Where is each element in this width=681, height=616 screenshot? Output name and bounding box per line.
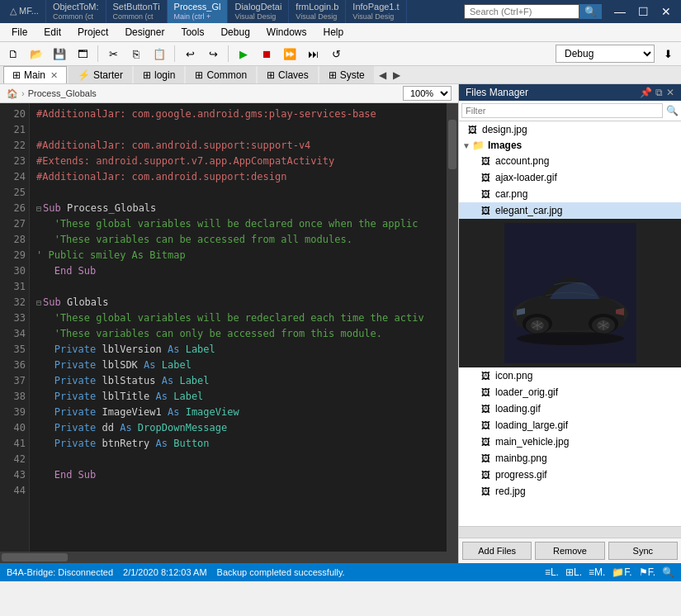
tab-login-icon: ⊞ bbox=[143, 69, 151, 81]
file-item-progress-gif[interactable]: 🖼 progress.gif bbox=[459, 467, 681, 483]
toolbar-save[interactable]: 💾 bbox=[50, 44, 69, 64]
toolbar-stop[interactable]: ⏹ bbox=[257, 44, 277, 64]
collapse-26[interactable]: ⊟ bbox=[36, 201, 41, 216]
toolbar-undo[interactable]: ↩ bbox=[180, 44, 200, 64]
status-icon-flag[interactable]: ⚑F. bbox=[639, 566, 655, 578]
file-item-elegant-car-jpg[interactable]: 🖼 elegant_car.jpg bbox=[459, 202, 681, 219]
toolbar-redo[interactable]: ↪ bbox=[203, 44, 223, 64]
toolbar-cut[interactable]: ✂ bbox=[103, 44, 123, 64]
file-name-icon-png: icon.png bbox=[495, 370, 532, 381]
collapse-32[interactable]: ⊟ bbox=[36, 295, 41, 310]
menu-debug[interactable]: Debug bbox=[212, 25, 258, 40]
files-panel-scrollbar[interactable] bbox=[459, 526, 681, 538]
file-item-account-png[interactable]: 🖼 account.png bbox=[459, 153, 681, 169]
minimize-button[interactable]: — bbox=[608, 0, 631, 23]
vertical-scrollbar[interactable] bbox=[447, 103, 458, 552]
close-button[interactable]: ✕ bbox=[655, 0, 678, 23]
panel-float-button[interactable]: ⧉ bbox=[655, 87, 663, 98]
menu-tools[interactable]: Tools bbox=[173, 25, 212, 40]
panel-header: Files Manager 📌 ⧉ ✕ bbox=[459, 84, 681, 101]
menu-help[interactable]: Help bbox=[315, 25, 352, 40]
title-tab-frmloginb-line1: frmLogin.b bbox=[296, 2, 338, 12]
file-item-icon-png[interactable]: 🖼 icon.png bbox=[459, 367, 681, 384]
horizontal-scrollbar[interactable] bbox=[0, 552, 458, 563]
file-item-design-jpg[interactable]: 🖼 design.jpg bbox=[459, 121, 681, 138]
tabs-nav-prev[interactable]: ◀ bbox=[376, 68, 390, 83]
status-datetime: 2/1/2020 8:12:03 AM bbox=[123, 567, 207, 577]
tab-login-label: login bbox=[154, 69, 175, 81]
title-tab-infopage1[interactable]: InfoPage1.t Visual Desig bbox=[346, 0, 406, 23]
tab-claves[interactable]: ⊞ Claves bbox=[258, 66, 318, 83]
toolbar-paste[interactable]: 📋 bbox=[149, 44, 169, 64]
folder-images[interactable]: ▼ 📁 Images bbox=[459, 138, 681, 153]
toolbar-new[interactable]: 🗋 bbox=[3, 44, 23, 64]
toolbar-refresh[interactable]: ↺ bbox=[326, 44, 346, 64]
tab-main-close[interactable]: ✕ bbox=[50, 70, 58, 81]
file-name-red-jpg: red.jpg bbox=[495, 486, 526, 497]
toolbar-step2[interactable]: ⏭ bbox=[303, 44, 323, 64]
file-item-loader-orig-gif[interactable]: 🖼 loader_orig.gif bbox=[459, 384, 681, 400]
files-panel: Files Manager 📌 ⧉ ✕ 🔍 🖼 design.jpg ▼ 📁 I… bbox=[458, 84, 681, 563]
menu-project[interactable]: Project bbox=[69, 25, 116, 40]
tabs-nav-next[interactable]: ▶ bbox=[390, 68, 404, 83]
filter-input[interactable] bbox=[461, 103, 663, 118]
file-item-loading-large-gif[interactable]: 🖼 loading_large.gif bbox=[459, 417, 681, 434]
title-tab-mf[interactable]: △ MF... bbox=[3, 0, 46, 23]
tab-common[interactable]: ⊞ Common bbox=[186, 66, 256, 83]
file-item-red-jpg[interactable]: 🖼 red.jpg bbox=[459, 483, 681, 500]
file-item-main-vehicle-jpg[interactable]: 🖼 main_vehicle.jpg bbox=[459, 434, 681, 450]
sync-button[interactable]: Sync bbox=[608, 542, 678, 560]
toolbar-save2[interactable]: 🗔 bbox=[73, 44, 92, 64]
panel-close-button[interactable]: ✕ bbox=[666, 87, 674, 98]
toolbar-open[interactable]: 📂 bbox=[26, 44, 46, 64]
file-name-loader-orig-gif: loader_orig.gif bbox=[495, 386, 558, 398]
menu-designer[interactable]: Designer bbox=[116, 25, 173, 40]
status-icon-grid[interactable]: ⊞L. bbox=[565, 566, 582, 578]
menu-windows[interactable]: Windows bbox=[258, 25, 315, 40]
toolbar-extra[interactable]: ⬇ bbox=[658, 44, 678, 64]
title-tab-process-gl[interactable]: Process_Gl Main (ctrl + bbox=[168, 0, 229, 23]
title-tab-frmloginb[interactable]: frmLogin.b Visual Desig bbox=[289, 0, 346, 23]
file-item-car-png[interactable]: 🖼 car.png bbox=[459, 186, 681, 202]
panel-pin-button[interactable]: 📌 bbox=[640, 87, 652, 98]
file-item-ajax-loader-gif[interactable]: 🖼 ajax-loader.gif bbox=[459, 169, 681, 186]
code-content[interactable]: #AdditionalJar: com.google.android.gms:p… bbox=[30, 103, 447, 552]
status-icon-m[interactable]: ≡M. bbox=[589, 566, 605, 578]
line-numbers: 2021222324 2526272829 3031323334 3536373… bbox=[0, 103, 30, 552]
code-line-42 bbox=[36, 452, 440, 467]
status-icon-folder[interactable]: 📁F. bbox=[612, 566, 631, 578]
add-files-button[interactable]: Add Files bbox=[462, 542, 532, 560]
tab-starter[interactable]: ⚡ Starter bbox=[69, 66, 132, 83]
toolbar-copy[interactable]: ⎘ bbox=[126, 44, 146, 64]
tab-main[interactable]: ⊞ Main ✕ bbox=[3, 66, 67, 83]
remove-button[interactable]: Remove bbox=[535, 542, 604, 560]
editor-area: 🏠 › Process_Globals 100% 75% 125% 202122… bbox=[0, 84, 458, 563]
vertical-scrollbar-thumb[interactable] bbox=[448, 120, 456, 169]
code-editor[interactable]: 2021222324 2526272829 3031323334 3536373… bbox=[0, 103, 458, 552]
search-input[interactable] bbox=[464, 4, 579, 19]
menu-edit[interactable]: Edit bbox=[35, 25, 69, 40]
title-tab-dialogdetai[interactable]: DialogDetai Visual Desig bbox=[228, 0, 289, 23]
menu-file[interactable]: File bbox=[3, 25, 35, 40]
filter-search-icon[interactable]: 🔍 bbox=[666, 105, 679, 116]
zoom-select[interactable]: 100% 75% 125% bbox=[403, 86, 452, 101]
search-button[interactable]: 🔍 bbox=[579, 4, 602, 19]
horizontal-scrollbar-thumb[interactable] bbox=[2, 553, 68, 562]
tab-login[interactable]: ⊞ login bbox=[134, 66, 184, 83]
file-item-loading-gif[interactable]: 🖼 loading.gif bbox=[459, 400, 681, 417]
toolbar-run[interactable]: ▶ bbox=[234, 44, 253, 64]
title-tab-setbuttonti[interactable]: SetButtonTi Common (ct bbox=[106, 0, 168, 23]
code-line-40: Private dd As DropDownMessage bbox=[36, 420, 440, 436]
file-item-mainbg-png[interactable]: 🖼 mainbg.png bbox=[459, 450, 681, 467]
tab-syste[interactable]: ⊞ Syste bbox=[319, 66, 374, 83]
debug-config-select[interactable]: Debug Release bbox=[556, 45, 655, 63]
toolbar-step[interactable]: ⏩ bbox=[280, 44, 300, 64]
code-line-35: Private lblVersion As Label bbox=[36, 342, 440, 358]
status-icon-lines[interactable]: ≡L. bbox=[545, 566, 559, 578]
status-icon-search[interactable]: 🔍 bbox=[662, 566, 674, 578]
title-tab-objecttom[interactable]: ObjectToM: Common (ct bbox=[46, 0, 106, 23]
image-preview bbox=[459, 219, 681, 367]
maximize-button[interactable]: ☐ bbox=[631, 0, 655, 23]
breadcrumb-text: Process_Globals bbox=[28, 88, 97, 98]
file-name-loading-large-gif: loading_large.gif bbox=[495, 419, 568, 431]
